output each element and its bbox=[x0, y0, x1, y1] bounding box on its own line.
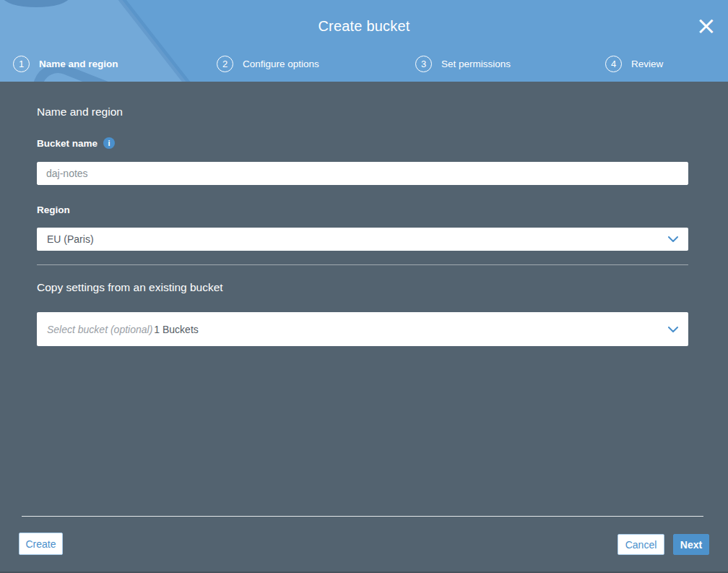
step-set-permissions[interactable]: 3 Set permissions bbox=[415, 56, 511, 72]
bucket-count: 1 Buckets bbox=[154, 324, 198, 335]
step-label: Configure options bbox=[243, 59, 319, 69]
footer-divider bbox=[22, 516, 703, 517]
next-button[interactable]: Next bbox=[673, 534, 709, 555]
copy-settings-title: Copy settings from an existing bucket bbox=[37, 281, 223, 294]
section-divider bbox=[37, 264, 688, 265]
region-select[interactable]: EU (Paris) bbox=[37, 228, 688, 251]
copy-bucket-placeholder: Select bucket (optional) bbox=[47, 324, 152, 335]
bucket-name-label-text: Bucket name bbox=[37, 138, 98, 149]
copy-bucket-select[interactable]: Select bucket (optional) 1 Buckets bbox=[37, 312, 688, 346]
chevron-down-icon bbox=[668, 236, 678, 242]
create-button[interactable]: Create bbox=[19, 533, 63, 555]
close-icon[interactable]: × bbox=[696, 13, 717, 38]
region-selected-value: EU (Paris) bbox=[47, 233, 94, 245]
step-review[interactable]: 4 Review bbox=[605, 56, 663, 72]
step-number-badge: 3 bbox=[415, 56, 432, 72]
step-label: Review bbox=[631, 59, 663, 69]
step-number-badge: 4 bbox=[605, 56, 622, 72]
dialog-header: Create bucket × 1 Name and region 2 Conf… bbox=[0, 0, 728, 82]
step-label: Set permissions bbox=[441, 59, 511, 69]
step-configure-options[interactable]: 2 Configure options bbox=[217, 56, 319, 72]
create-bucket-dialog: Create bucket × 1 Name and region 2 Conf… bbox=[0, 0, 728, 573]
region-label: Region bbox=[37, 204, 70, 215]
section-title: Name and region bbox=[37, 105, 123, 119]
info-icon[interactable]: i bbox=[103, 137, 115, 149]
bucket-name-label: Bucket name i bbox=[37, 137, 115, 149]
cancel-button[interactable]: Cancel bbox=[618, 534, 664, 555]
step-number-badge: 2 bbox=[217, 56, 233, 72]
step-label: Name and region bbox=[39, 59, 118, 69]
step-name-and-region[interactable]: 1 Name and region bbox=[13, 56, 118, 72]
bucket-name-input[interactable] bbox=[37, 162, 688, 185]
chevron-down-icon bbox=[668, 327, 678, 332]
dialog-title: Create bucket bbox=[0, 18, 728, 35]
step-number-badge: 1 bbox=[13, 56, 30, 72]
wizard-steps: 1 Name and region 2 Configure options 3 … bbox=[0, 56, 728, 74]
